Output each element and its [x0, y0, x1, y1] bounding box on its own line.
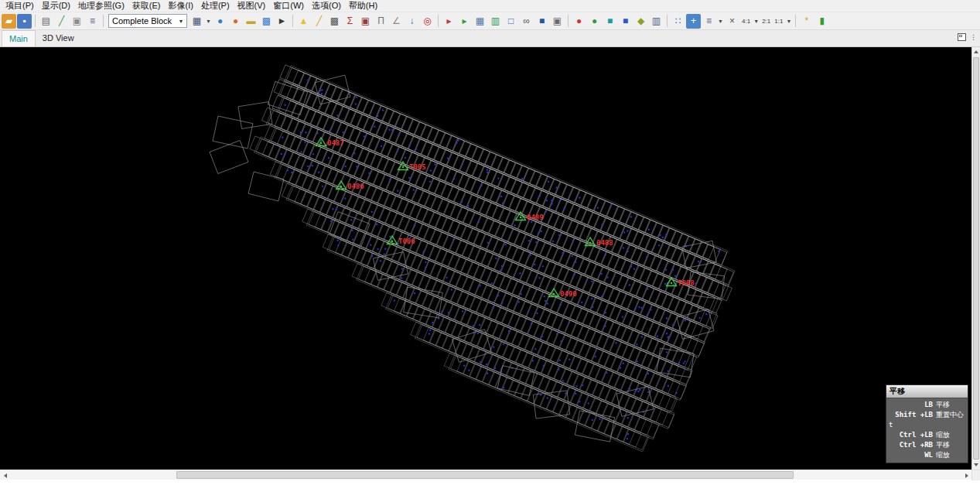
zoom-preset-dropdown-icon[interactable] — [753, 14, 760, 29]
point-red-icon[interactable]: ● — [572, 14, 586, 29]
stray-photo-footprint — [657, 348, 694, 377]
tab-3d-view[interactable]: 3D View — [36, 30, 81, 46]
vertical-scrollbar[interactable] — [971, 47, 980, 470]
warning-icon[interactable]: ▲ — [296, 14, 311, 29]
strip-view-icon[interactable]: ▥ — [649, 14, 664, 29]
mask-icon[interactable]: ▩ — [327, 14, 342, 29]
control-point[interactable]: 0488 — [586, 237, 613, 247]
pan-help-title: 平移 — [886, 385, 968, 398]
edit-icon[interactable]: ╱ — [54, 14, 69, 29]
scroll-down-icon[interactable] — [972, 460, 980, 470]
toolbar-separator — [667, 15, 668, 27]
histogram-icon[interactable]: ▥ — [488, 14, 503, 29]
help-line: Shift +LB重置中心 — [889, 410, 965, 420]
control-point[interactable]: 0486 — [336, 181, 364, 190]
control-point-label: 0487 — [327, 139, 344, 147]
tile-olive-icon[interactable]: ◆ — [633, 14, 648, 29]
menu-item-imagery[interactable]: 影像(I) — [165, 0, 197, 12]
toolbar-separator — [438, 15, 439, 27]
photo-block-wireframe — [201, 63, 745, 459]
grid-dots-icon[interactable]: ∷ — [671, 14, 685, 29]
undock-panel-icon[interactable] — [958, 33, 966, 41]
scrollbar-corner — [971, 470, 980, 480]
zoom-preset-1-1-button[interactable]: 1:1 — [773, 14, 784, 29]
scroll-up-icon[interactable] — [972, 47, 980, 56]
camera-icon[interactable]: ▣ — [358, 14, 373, 29]
properties-icon[interactable]: ≡ — [85, 14, 100, 29]
snapshot-icon[interactable]: ▣ — [550, 14, 565, 29]
workstation-icon[interactable]: ■ — [534, 14, 549, 29]
layers-icon[interactable]: ≡ — [702, 14, 716, 29]
new-block-icon[interactable]: ▤ — [39, 14, 53, 29]
tile-blue-icon[interactable]: ■ — [618, 14, 633, 29]
scroll-right-icon[interactable] — [961, 470, 971, 480]
block-canvas-svg[interactable]: 0487T00504860489T0060488T0080490 — [0, 47, 971, 470]
link-icon[interactable]: ∞ — [519, 14, 534, 29]
tabbar: Main 3D View ⋮ — [0, 30, 980, 47]
help-line: t — [889, 420, 965, 430]
status-strip — [0, 480, 980, 485]
point-green-icon[interactable]: ● — [587, 14, 602, 29]
horizontal-scrollbar-thumb[interactable] — [176, 471, 794, 479]
layers-dropdown-icon[interactable] — [717, 14, 724, 29]
menu-item-display[interactable]: 显示(D) — [38, 0, 74, 12]
help-line: WL缩放 — [889, 450, 965, 460]
ortho-image-icon[interactable]: ▩ — [259, 14, 274, 29]
toolbar-separator — [35, 15, 36, 27]
zoom-preset-dropdown-icon[interactable] — [785, 14, 792, 29]
combo-dropdown-icon[interactable] — [176, 15, 186, 27]
scroll-left-icon[interactable] — [0, 470, 10, 480]
toolbar-separator — [795, 15, 796, 27]
flag-red-icon[interactable]: ▸ — [442, 14, 456, 29]
stray-photo-footprint — [238, 102, 272, 129]
pan-hand-icon[interactable]: + — [686, 14, 701, 29]
menu-item-view[interactable]: 视图(V) — [234, 0, 270, 12]
gcp-target-icon[interactable]: ◎ — [420, 14, 435, 29]
save-icon[interactable]: ▪ — [17, 14, 32, 29]
control-point[interactable]: T008 — [667, 278, 695, 287]
open-icon[interactable]: ▰ — [2, 14, 16, 29]
menu-item-georeference[interactable]: 地理参照(G) — [74, 0, 128, 12]
tab-main[interactable]: Main — [2, 30, 36, 46]
block-selector-combobox[interactable]: Complete Block — [108, 14, 187, 28]
menu-item-processing[interactable]: 处理(P) — [197, 0, 234, 12]
menu-item-window[interactable]: 窗口(W) — [269, 0, 308, 12]
globe-icon[interactable]: ● — [213, 14, 227, 29]
bank-icon[interactable]: Π — [374, 14, 388, 29]
tabbar-controls: ⋮ — [958, 33, 977, 41]
viewport[interactable]: 0487T00504860489T0060488T0080490 平移 LB平移… — [0, 47, 980, 470]
gears-icon[interactable]: * — [799, 14, 814, 29]
sigma-icon[interactable]: Σ — [343, 14, 357, 29]
help-line: Ctrl +RB平移 — [889, 440, 965, 450]
block-grid-dropdown-icon[interactable] — [205, 14, 212, 29]
zoom-preset-2-1-button[interactable]: 2:1 — [760, 14, 772, 29]
stray-photo-footprint — [210, 140, 248, 173]
scissors-icon[interactable]: × — [725, 14, 739, 29]
control-point[interactable]: 0490 — [549, 289, 577, 298]
control-point[interactable]: 0489 — [516, 212, 544, 221]
control-point-label: T005 — [409, 163, 426, 171]
dem-icon[interactable]: ▬ — [244, 14, 258, 29]
green-chart-icon[interactable]: ▮ — [814, 14, 829, 29]
toolbar-separator — [103, 15, 104, 27]
vertical-scrollbar-thumb[interactable] — [973, 57, 979, 459]
menu-item-project[interactable]: 项目(P) — [2, 0, 38, 12]
flag-green-icon[interactable]: ▸ — [457, 14, 472, 29]
select-cursor-icon[interactable]: ► — [275, 14, 289, 29]
monitor-icon[interactable]: □ — [504, 14, 518, 29]
angle-measure-icon[interactable]: ∠ — [389, 14, 404, 29]
tile-teal-icon[interactable]: ■ — [603, 14, 617, 29]
data-table-icon[interactable]: ▦ — [473, 14, 487, 29]
menu-item-acquisition[interactable]: 获取(E) — [128, 0, 165, 12]
panel-options-icon[interactable]: ⋮ — [970, 34, 977, 41]
zoom-preset-4-1-button[interactable]: 4:1 — [740, 14, 752, 29]
menu-item-help[interactable]: 帮助(H) — [345, 0, 381, 12]
edit-points-icon[interactable]: ╱ — [312, 14, 326, 29]
sun-icon[interactable]: ● — [228, 14, 243, 29]
menu-item-options[interactable]: 选项(O) — [308, 0, 345, 12]
copy-icon[interactable]: ▣ — [70, 14, 84, 29]
horizontal-scrollbar[interactable] — [0, 470, 980, 480]
import-down-icon[interactable]: ↓ — [405, 14, 419, 29]
control-point[interactable]: T005 — [398, 162, 426, 171]
block-grid-icon[interactable]: ▦ — [190, 14, 204, 29]
